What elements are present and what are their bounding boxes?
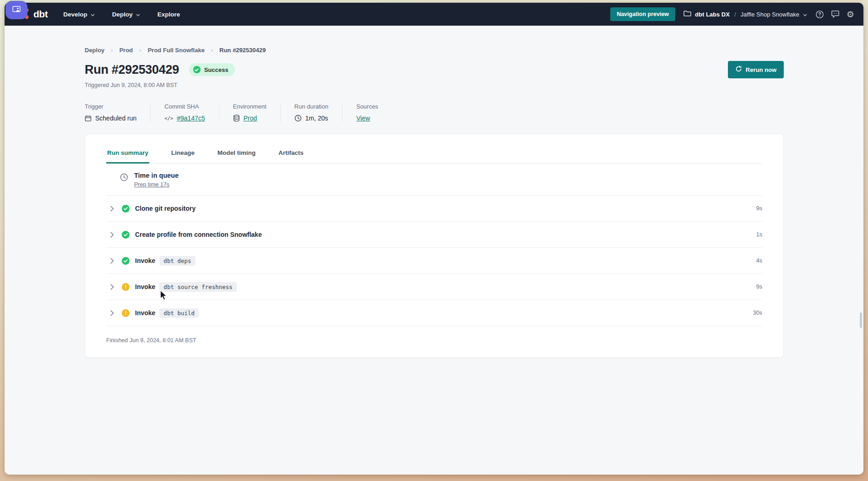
commit-sha-link[interactable]: #9a147c5: [177, 115, 205, 122]
nav-menu-explore[interactable]: Explore: [157, 11, 180, 18]
meta-trigger-label: Trigger: [85, 103, 136, 110]
app-window: dbt Develop Deploy Explore Navigation pr…: [5, 3, 863, 475]
page-title: Run #292530429: [85, 63, 179, 77]
chevron-right-icon[interactable]: [106, 310, 116, 316]
rerun-now-button[interactable]: Rerun now: [728, 61, 784, 78]
nav-menus: Develop Deploy Explore: [63, 11, 180, 18]
project-switcher[interactable]: dbt Labs DX / Jaffle Shop Snowflake: [684, 10, 807, 18]
step-duration: 9s: [756, 205, 762, 212]
feedback-icon[interactable]: [831, 10, 840, 18]
environment-link[interactable]: Prod: [244, 115, 257, 122]
meta-environment-label: Environment: [233, 103, 266, 110]
nav-menu-deploy[interactable]: Deploy: [112, 11, 140, 18]
nav-icon-cluster: ⚙: [815, 10, 854, 19]
sources-view-link[interactable]: View: [356, 115, 370, 122]
account-name: dbt Labs DX: [695, 11, 730, 18]
calendar-icon: [85, 115, 92, 122]
success-check-icon: [122, 205, 130, 213]
meta-commit-sha: Commit SHA </> #9a147c5: [164, 103, 219, 122]
meta-duration-label: Run duration: [294, 103, 328, 110]
chevron-down-icon: [91, 11, 95, 18]
nav-menu-explore-label: Explore: [157, 11, 180, 18]
chevron-down-icon: [136, 11, 140, 18]
chevron-right-icon[interactable]: [106, 206, 116, 212]
tab-lineage[interactable]: Lineage: [170, 142, 195, 164]
meta-run-duration: Run duration 1m, 20s: [294, 103, 342, 122]
tab-model-timing[interactable]: Model timing: [217, 142, 256, 164]
page-content: Deploy › Prod › Prod Full Snowflake › Ru…: [5, 26, 863, 358]
finished-timestamp: Finished Jun 9, 2024, 8:01 AM BST: [106, 326, 762, 344]
navigation-preview-button[interactable]: Navigation preview: [610, 7, 675, 21]
meta-trigger-value: Scheduled run: [95, 115, 136, 122]
clock-icon: [294, 115, 302, 122]
step-duration: 30s: [753, 310, 762, 316]
time-in-queue-title: Time in queue: [134, 172, 179, 179]
meta-sources-label: Sources: [356, 103, 378, 110]
step-label: Invoke: [135, 283, 155, 290]
chevron-right-icon[interactable]: [106, 284, 116, 290]
step-command-chip: dbt deps: [159, 256, 195, 266]
step-row-dbt-deps[interactable]: Invoke dbt deps 4s: [106, 248, 762, 274]
path-separator: /: [733, 11, 737, 18]
breadcrumb-prod[interactable]: Prod: [119, 47, 133, 54]
nav-menu-develop-label: Develop: [63, 11, 87, 18]
step-duration: 9s: [756, 284, 762, 290]
meta-duration-value: 1m, 20s: [305, 115, 328, 122]
clock-icon: [120, 173, 128, 181]
folder-icon: [684, 10, 691, 18]
step-row-clone-git[interactable]: Clone git repository 9s: [106, 196, 762, 222]
code-icon: </>: [164, 115, 173, 121]
breadcrumb-job[interactable]: Prod Full Snowflake: [148, 47, 205, 54]
warning-icon: !: [122, 283, 130, 291]
breadcrumb-separator: ›: [139, 47, 141, 54]
nav-menu-develop[interactable]: Develop: [63, 11, 95, 18]
step-duration: 1s: [756, 231, 762, 238]
tab-bar: Run summary Lineage Model timing Artifac…: [106, 142, 762, 164]
scrollbar-thumb[interactable]: [860, 312, 862, 328]
success-check-icon: [122, 231, 130, 239]
nav-menu-deploy-label: Deploy: [112, 11, 133, 18]
warning-icon: !: [122, 309, 130, 317]
top-nav: dbt Develop Deploy Explore Navigation pr…: [5, 3, 863, 26]
meta-trigger: Trigger Scheduled run: [85, 103, 151, 122]
prep-time-link[interactable]: Prep time 17s: [134, 181, 169, 188]
step-row-dbt-source-freshness[interactable]: ! Invoke dbt source freshness 9s: [106, 274, 762, 300]
database-icon: [233, 115, 240, 122]
breadcrumb-deploy[interactable]: Deploy: [85, 47, 104, 54]
tab-artifacts[interactable]: Artifacts: [277, 142, 304, 164]
chevron-down-icon: [803, 11, 807, 18]
step-command-chip: dbt source freshness: [159, 282, 237, 292]
time-in-queue-row: Time in queue Prep time 17s: [106, 164, 762, 196]
step-label: Invoke: [135, 309, 155, 317]
title-row: Run #292530429 Success Rerun now: [85, 61, 784, 78]
chevron-right-icon[interactable]: [106, 232, 116, 238]
success-check-icon: [122, 257, 130, 265]
tab-run-summary[interactable]: Run summary: [106, 142, 149, 164]
status-badge-label: Success: [204, 66, 228, 73]
success-check-icon: [193, 66, 201, 73]
run-meta-row: Trigger Scheduled run Commit SHA </>: [85, 103, 784, 122]
gear-icon[interactable]: ⚙: [846, 10, 854, 19]
rerun-icon: [735, 66, 742, 74]
step-label: Invoke: [135, 257, 155, 264]
breadcrumb-run: Run #292530429: [219, 47, 266, 54]
breadcrumb: Deploy › Prod › Prod Full Snowflake › Ru…: [85, 47, 784, 54]
screen-share-icon: [12, 6, 21, 15]
run-summary-card: Run summary Lineage Model timing Artifac…: [85, 134, 784, 358]
breadcrumb-separator: ›: [111, 47, 113, 54]
step-label: Clone git repository: [135, 205, 195, 212]
project-name: Jaffle Shop Snowflake: [741, 11, 799, 18]
meta-environment: Environment Prod: [233, 103, 281, 122]
breadcrumb-separator: ›: [211, 47, 213, 54]
triggered-timestamp: Triggered Jun 9, 2024, 8:00 AM BST: [85, 82, 784, 88]
status-badge: Success: [189, 63, 235, 76]
step-duration: 4s: [756, 257, 762, 264]
help-icon[interactable]: [815, 10, 824, 19]
screen-share-indicator[interactable]: [5, 1, 27, 19]
step-command-chip: dbt build: [159, 308, 199, 318]
chevron-right-icon[interactable]: [106, 258, 116, 264]
step-label: Create profile from connection Snowflake: [135, 231, 262, 238]
nav-right-cluster: Navigation preview dbt Labs DX / Jaffle …: [610, 7, 854, 21]
step-row-dbt-build[interactable]: ! Invoke dbt build 30s: [106, 300, 762, 326]
step-row-create-profile[interactable]: Create profile from connection Snowflake…: [106, 222, 762, 248]
